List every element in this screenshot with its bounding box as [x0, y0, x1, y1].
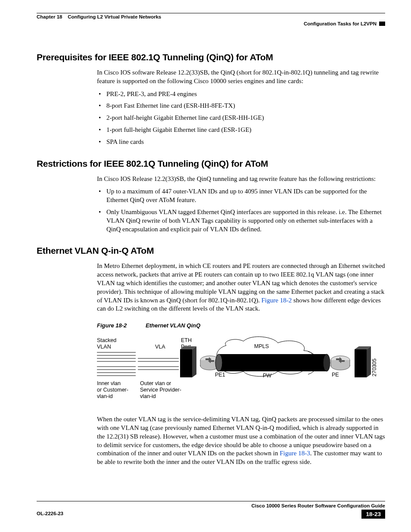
figure-title: Ethernet VLAN QinQ	[146, 322, 200, 329]
label-stacked-vlan: VLAN	[97, 344, 111, 350]
label-vla: VLA	[155, 344, 165, 350]
router-icon	[331, 356, 350, 370]
list-item: Up to a maximum of 447 outer-VLAN IDs an…	[97, 187, 385, 205]
label-stacked-vlan: Stacked	[97, 337, 116, 343]
header-marker	[379, 22, 385, 26]
prereq-intro: In Cisco IOS software Release 12.2(33)SB…	[97, 68, 385, 86]
qinq-paragraph-1: In Metro Ethernet deployment, in which C…	[97, 262, 385, 313]
svg-marker-13	[192, 346, 196, 377]
list-item: PRE-2, PRE-3, and PRE-4 engines	[97, 90, 385, 99]
figure-caption: Figure 18-2 Ethernet VLAN QinQ	[97, 322, 385, 329]
label-inner-vlan: Inner vlan	[97, 380, 121, 386]
svg-rect-20	[219, 354, 327, 371]
svg-point-21	[215, 354, 222, 371]
restrict-intro: In Cisco IOS Release 12.2(33)SB, the Qin…	[97, 175, 385, 184]
label-eth-port: ETH	[181, 337, 192, 343]
svg-rect-12	[180, 349, 192, 377]
svg-rect-28	[355, 349, 367, 377]
label-inner-vlan: or Customer-	[97, 387, 128, 393]
figure-link-18-2[interactable]: Figure 18-2	[262, 297, 292, 304]
footer-doc-id: OL-2226-23	[37, 503, 63, 516]
svg-point-22	[323, 354, 330, 371]
label-mpls: MPLS	[254, 343, 269, 349]
figure-label: Figure 18-2	[97, 322, 127, 329]
list-item: 8-port Fast Ethernet line card (ESR-HH-8…	[97, 102, 385, 110]
prereq-bullet-list: PRE-2, PRE-3, and PRE-4 engines 8-port F…	[97, 90, 385, 146]
svg-marker-29	[367, 346, 371, 377]
section-heading-prerequisites: Prerequisites for IEEE 802.1Q Tunneling …	[37, 52, 385, 62]
footer-guide-title: Cisco 10000 Series Router Software Confi…	[251, 503, 385, 508]
page-number: 18-23	[361, 510, 385, 519]
section-heading-qinq: Ethernet VLAN Q-in-Q AToM	[37, 246, 385, 256]
chapter-number: Chapter 18	[37, 14, 62, 19]
label-pe1: PE1	[215, 372, 225, 378]
chapter-title: Configuring L2 Virtual Private Networks	[68, 14, 161, 19]
label-pe-right: PE	[332, 372, 339, 378]
label-outer-vlan: Outer vlan or	[140, 380, 171, 386]
list-item: 1-port full-height Gigabit Ethernet line…	[97, 126, 385, 134]
header-right-label: Configuration Tasks for L2VPN	[304, 21, 377, 26]
restrict-bullet-list: Up to a maximum of 447 outer-VLAN IDs an…	[97, 187, 385, 233]
label-outer-vlan: vlan-id	[140, 393, 156, 399]
list-item: Only Unambiguous VLAN tagged Ethernet Qi…	[97, 208, 385, 233]
section-heading-restrictions: Restrictions for IEEE 802.1Q Tunneling (…	[37, 159, 385, 169]
figure-18-2: Stacked VLAN VLA ETH Port MPLS	[97, 333, 381, 407]
qinq-paragraph-2: When the outer VLAN tag is the service-d…	[97, 415, 385, 467]
figure-code: 270305	[371, 359, 377, 377]
label-pw: PW	[263, 373, 271, 379]
list-item: SPA line cards	[97, 138, 385, 146]
figure-link-18-3[interactable]: Figure 18-3	[280, 450, 310, 457]
label-outer-vlan: Service Provider-	[140, 387, 181, 393]
label-inner-vlan: vlan-id	[97, 393, 113, 399]
list-item: 2-port half-height Gigabit Ethernet line…	[97, 114, 385, 122]
